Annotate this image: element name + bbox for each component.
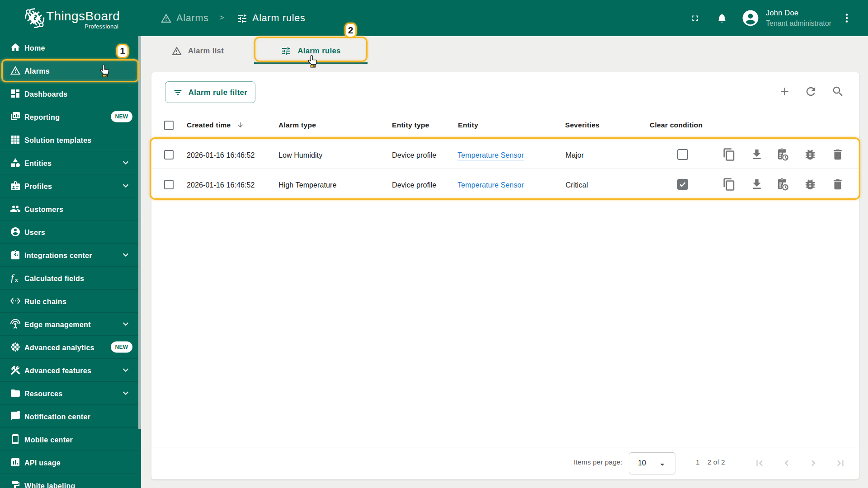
svg-text:x: x: [15, 277, 18, 283]
svg-text:f: f: [11, 272, 15, 283]
